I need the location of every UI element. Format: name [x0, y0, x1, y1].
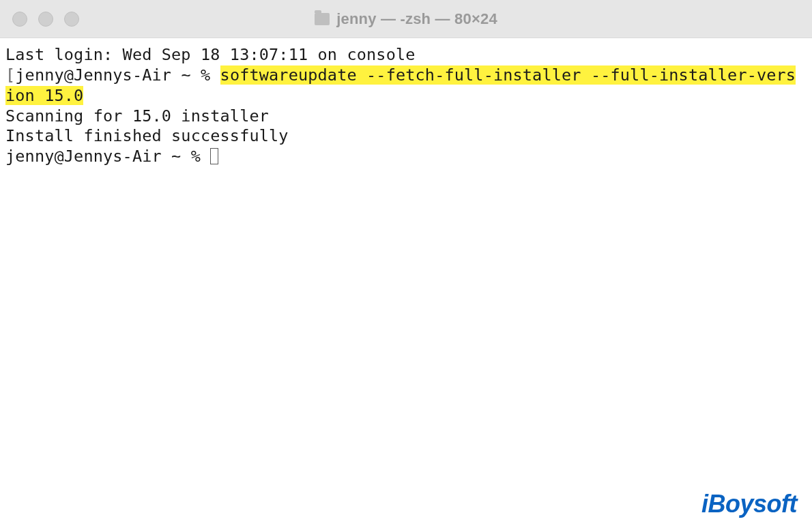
watermark-logo: iBoysoft: [701, 490, 797, 518]
window-title: jenny — -zsh — 80×24: [336, 10, 497, 28]
titlebar: jenny — -zsh — 80×24: [0, 0, 812, 38]
command-line-1-cont: ion 15.0: [5, 86, 807, 106]
prompt-1: jenny@Jennys-Air ~ %: [15, 65, 220, 85]
close-window-button[interactable]: [12, 12, 27, 27]
terminal-window: jenny — -zsh — 80×24 Last login: Wed Sep…: [0, 0, 812, 528]
title-center: jenny — -zsh — 80×24: [0, 10, 812, 28]
cursor: [210, 148, 218, 164]
bracket-open: [: [5, 65, 15, 85]
command-line-1: [jenny@Jennys-Air ~ % softwareupdate --f…: [5, 65, 807, 86]
prompt-2: jenny@Jennys-Air ~ %: [5, 147, 210, 166]
traffic-lights: [12, 12, 79, 27]
terminal-body[interactable]: Last login: Wed Sep 18 13:07:11 on conso…: [0, 38, 812, 528]
zoom-window-button[interactable]: [64, 12, 79, 27]
last-login-line: Last login: Wed Sep 18 13:07:11 on conso…: [5, 45, 807, 65]
minimize-window-button[interactable]: [38, 12, 53, 27]
prompt-line-2: jenny@Jennys-Air ~ %: [5, 147, 807, 167]
output-line-2: Install finished successfully: [5, 126, 807, 147]
highlighted-command-part1: softwareupdate --fetch-full-installer --…: [220, 65, 796, 85]
folder-icon: [315, 13, 330, 25]
highlighted-command-part2: ion 15.0: [5, 86, 83, 105]
output-line-1: Scanning for 15.0 installer: [5, 106, 807, 127]
